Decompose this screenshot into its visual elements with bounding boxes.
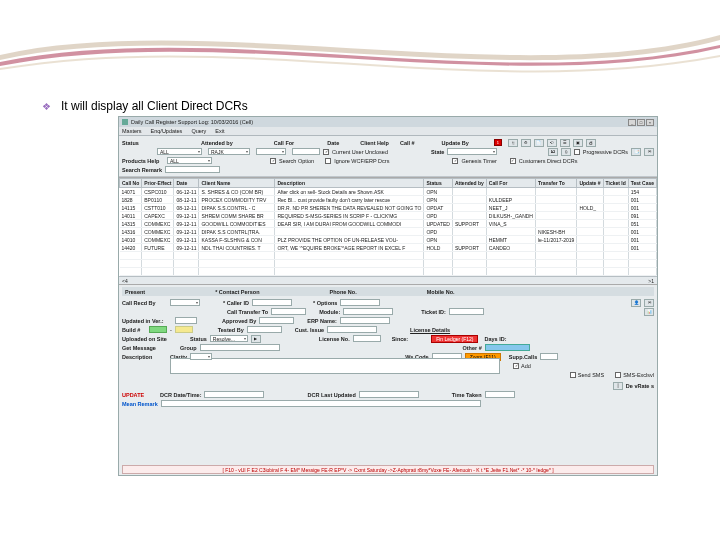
search-remark-input[interactable] (165, 166, 220, 173)
progressive-label: Progressive DCRs (583, 149, 628, 155)
current-user-check[interactable]: ✓ (323, 149, 329, 155)
build-input-1[interactable] (149, 326, 167, 333)
genesis-timer-check[interactable]: ✓ (452, 158, 458, 164)
search-option-check[interactable]: ✓ (270, 158, 276, 164)
toolbar-btn-5[interactable]: ☰ (560, 139, 570, 147)
customers-direct-check[interactable]: ✓ (510, 158, 516, 164)
table-row[interactable]: 14315COMMEXC09-12-11GOODWILL COMMODITIES… (120, 220, 657, 228)
attended-by-select[interactable]: RAJK (208, 148, 250, 155)
dcr-last-input[interactable] (359, 391, 419, 398)
alert-counter[interactable]: 1 (494, 139, 502, 146)
menu-exit[interactable]: Exit (215, 128, 224, 134)
toolbar-btn-4[interactable]: ⏲ (547, 139, 557, 147)
call-transfer-input[interactable] (271, 308, 306, 315)
grid-nav-right[interactable]: >1 (648, 278, 654, 284)
caller-id-input[interactable] (252, 299, 292, 306)
table-row[interactable]: 14010COMMEXC09-12-11KASSA F-SLSHNG & CON… (120, 236, 657, 244)
other-input[interactable] (485, 344, 530, 351)
col-date[interactable]: Date (174, 179, 199, 188)
col-update[interactable]: Update # (577, 179, 603, 188)
mini-btn-4[interactable]: ✉ (644, 148, 654, 156)
table-row[interactable]: 14011CAPEXC09-12-11SHREM COMM SHARE BRRE… (120, 212, 657, 220)
supp-calls-input[interactable] (540, 353, 558, 360)
sms-excl-check[interactable] (615, 372, 621, 378)
footer-btn-1[interactable]: ⎮ (613, 382, 623, 390)
toolbar-btn-6[interactable]: ▣ (573, 139, 583, 147)
ignore-label: Ignore WCF/ERP Dcrs (334, 158, 389, 164)
send-sms-check[interactable] (570, 372, 576, 378)
phone-label: Phone No. (330, 289, 357, 295)
desc-area[interactable] (170, 358, 500, 374)
col-prior[interactable]: Prior-Effect (142, 179, 174, 188)
side-btn-1[interactable]: 👤 (631, 299, 641, 307)
toolbar-btn-3[interactable]: 📄 (534, 139, 544, 147)
col-attby[interactable]: Attended by (452, 179, 486, 188)
call-for-select[interactable] (256, 148, 286, 155)
license-no-input[interactable] (353, 335, 381, 342)
module-input[interactable] (343, 308, 393, 315)
progressive-check[interactable] (574, 149, 580, 155)
side-btn-3[interactable]: 📊 (644, 308, 654, 316)
toolbar-btn-2[interactable]: ⚙ (521, 139, 531, 147)
status-go-btn[interactable]: ▶ (251, 335, 261, 343)
toolbar-btn-1[interactable]: ⎘ (508, 139, 518, 147)
close-button[interactable]: × (646, 119, 654, 126)
approved-by-input[interactable] (259, 317, 294, 324)
state-label: State (431, 149, 444, 155)
mini-btn-1[interactable]: 🕮 (548, 148, 558, 156)
col-transfer[interactable]: Transfer To (535, 179, 576, 188)
col-callno[interactable]: Call No (120, 179, 142, 188)
table-row[interactable]: 14071CSPC01006-12-11S. SHRES & CO (COM B… (120, 188, 657, 196)
cust-issue-input[interactable] (327, 326, 377, 333)
clarity-select[interactable] (190, 353, 212, 360)
col-desc[interactable]: Description (275, 179, 424, 188)
col-callfor[interactable]: Call For (486, 179, 535, 188)
menu-masters[interactable]: Masters (122, 128, 142, 134)
products-select[interactable]: ALL (167, 157, 212, 164)
col-test[interactable]: Test Case (628, 179, 656, 188)
options-input[interactable] (340, 299, 380, 306)
status-select[interactable]: ALL (157, 148, 202, 155)
call-recd-by-select[interactable] (170, 299, 200, 306)
status2-select[interactable]: Resolve... (210, 335, 248, 342)
state-select[interactable] (447, 148, 497, 155)
fin-ledger-button[interactable]: Fin Ledger (F12) (431, 335, 478, 343)
group-input[interactable] (200, 344, 280, 351)
uploaded-label: Uploaded on Site (122, 336, 177, 342)
filter-panel: Status Attended by Call For Date Client … (119, 136, 657, 177)
mean-remark-input[interactable] (161, 400, 481, 407)
ver-input[interactable] (175, 317, 197, 324)
supp-calls-label: Supp.Calls (509, 354, 537, 360)
table-row[interactable]: 1828BP011008-12-11PROCEX COMMODITY TRVRe… (120, 196, 657, 204)
build-input-2[interactable] (175, 326, 193, 333)
approved-by-label: Approved By (222, 318, 256, 324)
add-check[interactable]: ✓ (513, 363, 519, 369)
date-input[interactable] (292, 148, 320, 155)
toolbar-btn-7[interactable]: 🖨 (586, 139, 596, 147)
table-row[interactable]: 14115CSTT01008-12-11DIPAK S.S.CONTRL - C… (120, 204, 657, 212)
table-row[interactable]: 14420FUTURE09-12-11NDL THAI COUNTRIES. T… (120, 244, 657, 252)
menu-query[interactable]: Query (191, 128, 206, 134)
mini-btn-2[interactable]: ⎙ (561, 148, 571, 156)
slide-bullet-text: It will display all Client Direct DCRs (61, 99, 248, 113)
time-taken-input[interactable] (485, 391, 515, 398)
grid-nav-left[interactable]: <4 (122, 278, 128, 284)
col-client[interactable]: Client Name (199, 179, 275, 188)
erp-name-input[interactable] (340, 317, 390, 324)
status-label: Status (122, 140, 154, 146)
contact-person-label: * Contact Person (215, 289, 259, 295)
menu-enq[interactable]: Enq/Updates (151, 128, 183, 134)
ignore-check[interactable] (325, 158, 331, 164)
group-label: Group (180, 345, 197, 351)
minimize-button[interactable]: _ (628, 119, 636, 126)
mini-btn-3[interactable]: 📑 (631, 148, 641, 156)
tested-by-label: Tested By (218, 327, 244, 333)
maximize-button[interactable]: □ (637, 119, 645, 126)
ticket-id-input[interactable] (449, 308, 484, 315)
col-ticket[interactable]: Ticket Id (603, 179, 628, 188)
dcr-date-input[interactable] (204, 391, 264, 398)
side-btn-2[interactable]: ✉ (644, 299, 654, 307)
col-status[interactable]: Status (424, 179, 453, 188)
tested-by-input[interactable] (247, 326, 282, 333)
table-row[interactable]: 14316COMMEXC09-12-11DIPAK S.S CONTRL|TRA… (120, 228, 657, 236)
